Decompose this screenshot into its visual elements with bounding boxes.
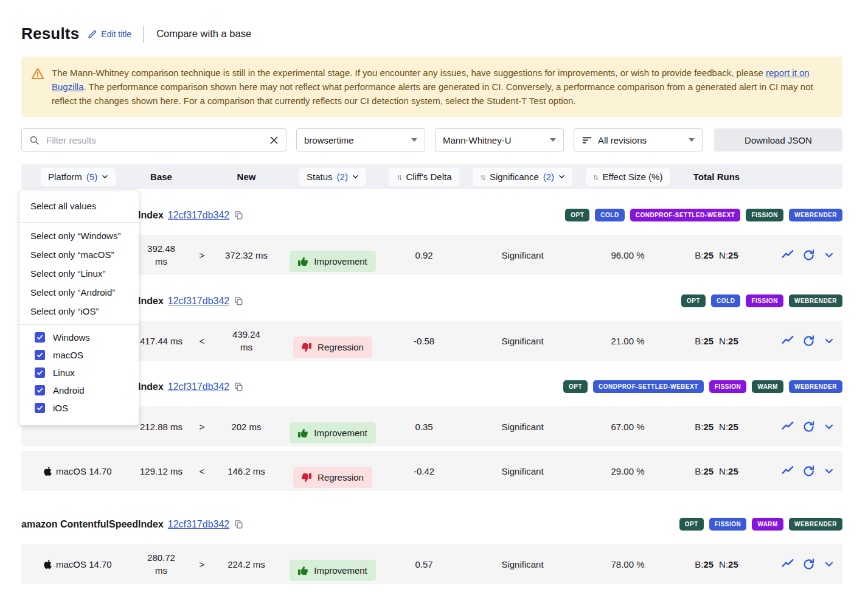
retrigger-icon[interactable]: [802, 420, 815, 433]
chevron-down-icon: [558, 173, 565, 180]
tag-badge: WARM: [752, 518, 783, 531]
tag-badge: CONDPROF-SETTLED-WEBEXT: [630, 209, 741, 221]
base-value: 212.88 ms: [131, 420, 192, 433]
edit-title-button[interactable]: Edit title: [88, 29, 131, 39]
tag-badge: OPT: [679, 518, 704, 531]
significance-value: Significant: [463, 558, 582, 571]
test-group-header: amazon ContentfulSpeedIndex 12cf317db342…: [21, 518, 842, 531]
retrigger-icon[interactable]: [802, 249, 815, 262]
filter-results-input[interactable]: [45, 134, 264, 146]
test-group-header: amazon ContentfulSpeedIndex 12cf317db342…: [21, 380, 842, 393]
copy-icon[interactable]: [234, 296, 244, 306]
toolbar: browsertime Mann-Whitney-U All revisions…: [21, 128, 842, 151]
tag-badge: OPT: [563, 380, 588, 393]
checkbox-checked-icon[interactable]: [35, 332, 45, 343]
effect-size-sort-chip[interactable]: ↑↓ Effect Size (%): [586, 168, 670, 186]
effect-size-value: 29.00 %: [582, 465, 673, 478]
checkbox-checked-icon[interactable]: [35, 385, 45, 395]
comparison-method-select[interactable]: Mann-Whitney-U: [435, 128, 564, 151]
comparison-sign: >: [192, 249, 212, 262]
menu-item-select-only-linux[interactable]: Select only “Linux”: [19, 264, 139, 283]
result-row: 417.44 ms < 439.24 ms Regression -0.58 S…: [21, 321, 842, 361]
effect-size-value: 78.00 %: [582, 558, 673, 571]
copy-icon[interactable]: [234, 210, 244, 220]
retrigger-icon[interactable]: [802, 558, 815, 571]
tag-badge: FISSION: [709, 380, 747, 393]
cliffs-delta-value: 0.35: [385, 420, 463, 433]
expand-row-icon[interactable]: [823, 249, 835, 261]
tag-badge: WARM: [752, 380, 783, 393]
total-runs-cell: B:25N:25: [673, 420, 760, 433]
chevron-down-icon: [411, 138, 417, 142]
revisions-select[interactable]: All revisions: [574, 128, 703, 151]
platform-cell: macOS 14.70: [21, 558, 131, 571]
thumbs-up-icon: [298, 428, 308, 438]
banner-text: The Mann-Whitney comparison technique is…: [52, 66, 829, 108]
graph-icon[interactable]: [781, 248, 794, 262]
cliffs-delta-value: 0.92: [385, 249, 463, 262]
cliffs-delta-value: -0.42: [385, 465, 463, 478]
new-column-header: New: [212, 172, 280, 182]
download-json-button[interactable]: Download JSON: [714, 128, 842, 151]
expand-row-icon[interactable]: [823, 335, 835, 347]
significance-value: Significant: [463, 465, 582, 478]
revision-link[interactable]: 12cf317db342: [168, 519, 229, 530]
graph-icon[interactable]: [781, 420, 794, 433]
platform-option-linux[interactable]: Linux: [19, 364, 139, 381]
pencil-icon: [88, 29, 97, 39]
status-badge: Regression: [293, 467, 372, 488]
revision-link[interactable]: 12cf317db342: [168, 210, 229, 221]
cliffs-delta-value: -0.58: [385, 335, 463, 347]
platform-dropdown-menu: Select all values Select only “Windows” …: [19, 191, 139, 425]
new-value: 372.32 ms: [212, 249, 280, 262]
retrigger-icon[interactable]: [802, 465, 815, 478]
revision-link[interactable]: 12cf317db342: [168, 296, 229, 307]
chevron-down-icon: [550, 138, 556, 142]
platform-option-ios[interactable]: iOS: [19, 399, 139, 417]
copy-icon[interactable]: [234, 381, 244, 392]
checkbox-checked-icon[interactable]: [35, 367, 45, 378]
platform-option-macos[interactable]: macOS: [19, 346, 139, 364]
revision-link[interactable]: 12cf317db342: [168, 381, 229, 392]
checkbox-checked-icon[interactable]: [35, 350, 45, 360]
menu-divider: [19, 222, 139, 223]
menu-item-select-only-macos[interactable]: Select only “macOS”: [19, 245, 139, 264]
menu-item-select-only-android[interactable]: Select only “Android”: [19, 283, 139, 302]
tag-badge: WEBRENDER: [789, 518, 842, 531]
page-title: Results: [21, 24, 79, 43]
base-value: 417.44 ms: [131, 335, 192, 347]
tag-badge: OPT: [565, 209, 589, 221]
menu-item-select-only-ios[interactable]: Select only “iOS”: [19, 302, 139, 321]
checkbox-checked-icon[interactable]: [35, 403, 45, 413]
copy-icon[interactable]: [234, 519, 244, 529]
menu-item-select-only-windows[interactable]: Select only “Windows”: [19, 226, 139, 245]
filter-lines-icon: [582, 134, 592, 145]
retrigger-icon[interactable]: [802, 335, 815, 347]
new-value: 224.2 ms: [212, 558, 280, 571]
tag-badge: WEBRENDER: [789, 380, 842, 393]
graph-icon[interactable]: [781, 334, 794, 347]
total-runs-cell: B:25N:25: [673, 249, 760, 262]
menu-item-select-all[interactable]: Select all values: [19, 197, 139, 218]
platform-option-windows[interactable]: Windows: [19, 329, 139, 346]
result-row: macOS 14.70 129.12 ms < 146.2 ms Regress…: [21, 451, 842, 491]
total-runs-cell: B:25N:25: [673, 465, 760, 478]
result-row: 212.88 ms > 202 ms Improvement 0.35 Sign…: [21, 406, 842, 447]
test-group-header: amazon ContentfulSpeedIndex 12cf317db342…: [21, 294, 842, 307]
platform-filter-chip[interactable]: Platform (5): [41, 168, 116, 186]
graph-icon[interactable]: [781, 557, 794, 571]
expand-row-icon[interactable]: [823, 558, 835, 570]
expand-row-icon[interactable]: [823, 420, 835, 433]
sort-icon: ↑↓: [396, 172, 400, 181]
graph-icon[interactable]: [781, 464, 794, 478]
framework-select[interactable]: browsertime: [296, 128, 425, 151]
tag-badge: COLD: [595, 209, 624, 221]
platform-option-android[interactable]: Android: [19, 381, 139, 399]
significance-filter-chip[interactable]: ↑↓ Significance (2): [473, 168, 572, 186]
result-row: 392.48 ms > 372.32 ms Improvement 0.92 S…: [21, 235, 842, 275]
clear-filter-icon[interactable]: [269, 136, 279, 145]
expand-row-icon[interactable]: [823, 465, 835, 477]
status-filter-chip[interactable]: Status (2): [299, 168, 366, 186]
cliffs-delta-sort-chip[interactable]: ↑↓ Cliff's Delta: [389, 168, 459, 186]
results-page: Results Edit title Compare with a base T…: [0, 0, 868, 592]
